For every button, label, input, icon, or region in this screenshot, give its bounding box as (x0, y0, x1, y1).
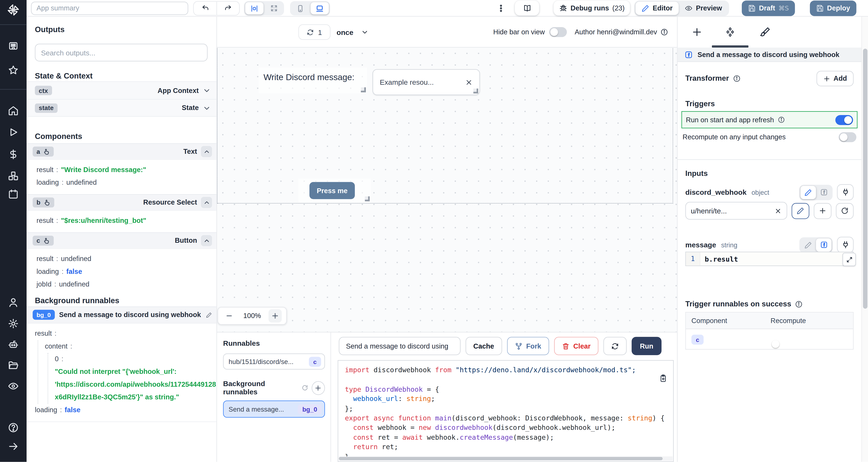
align-center-toggle[interactable] (245, 2, 264, 14)
static-mode-button[interactable] (801, 186, 816, 199)
theme-brush-tab-icon[interactable] (760, 27, 771, 38)
undo-button[interactable] (194, 2, 216, 15)
chevron-down-icon[interactable] (203, 104, 211, 112)
expand-editor-button[interactable] (842, 253, 856, 266)
resize-grip-icon[interactable] (473, 89, 478, 94)
recompute-toggle[interactable] (839, 132, 856, 142)
collapse-button[interactable] (201, 146, 212, 157)
draft-button[interactable]: Draft ⌘S (742, 1, 795, 16)
connect-plug-button[interactable] (837, 184, 854, 200)
info-icon[interactable] (733, 74, 741, 82)
insert-plus-tab-icon[interactable] (691, 27, 703, 38)
expand-sidebar-arrow-icon[interactable] (8, 441, 19, 452)
add-resource-button[interactable] (814, 203, 831, 219)
undo-redo-group (193, 1, 240, 16)
home-icon[interactable] (8, 105, 19, 116)
workspace-building-icon[interactable] (8, 40, 19, 52)
selected-background-runnable[interactable]: Send a message... bg_0 (223, 401, 325, 418)
static-mode-button[interactable] (801, 238, 816, 252)
refresh-resource-button[interactable] (836, 203, 854, 219)
recompute-mode-dropdown[interactable]: once (337, 24, 369, 40)
help-icon[interactable] (8, 422, 19, 433)
mobile-view-toggle[interactable] (291, 2, 309, 14)
laptop-icon (315, 4, 324, 12)
deploy-label: Deploy (827, 4, 850, 12)
copy-clipboard-icon[interactable] (659, 374, 668, 383)
state-badge: state (35, 103, 58, 113)
windmill-logo-icon[interactable] (7, 4, 20, 16)
text-component[interactable]: Write Discord message: (258, 67, 367, 93)
collapse-button[interactable] (201, 197, 212, 208)
ctx-row[interactable]: ctx App Context (27, 81, 216, 99)
redo-button[interactable] (216, 2, 239, 15)
message-expression-editor[interactable]: 1 b.result (685, 252, 854, 266)
resources-boxes-icon[interactable] (8, 170, 19, 182)
variables-dollar-icon[interactable] (8, 149, 19, 160)
search-outputs-input[interactable] (35, 44, 208, 61)
app-summary-input[interactable] (31, 2, 188, 15)
reload-button[interactable] (603, 337, 627, 355)
eval-mode-button[interactable] (816, 186, 831, 199)
resize-grip-icon[interactable] (361, 87, 366, 92)
more-menu-kebab-icon[interactable] (496, 4, 505, 13)
fork-button[interactable]: Fork (507, 337, 549, 355)
cache-button[interactable]: Cache (466, 337, 502, 355)
tab-preview[interactable]: Preview (679, 2, 728, 15)
fullscreen-toggle[interactable] (265, 2, 283, 14)
deploy-button[interactable]: Deploy (810, 1, 856, 16)
background-runnable-header[interactable]: bg_0 Send a message to discord using web… (27, 306, 216, 323)
zoom-in-button[interactable] (269, 309, 282, 323)
run-on-start-toggle[interactable] (835, 115, 853, 125)
debug-runs-button[interactable]: Debug runs (23) (554, 1, 630, 15)
resize-grip-icon[interactable] (365, 196, 370, 201)
clear-x-icon[interactable] (465, 78, 473, 86)
script-tab[interactable]: Send a message to discord using (339, 337, 461, 355)
settings-gear-icon[interactable] (8, 318, 19, 329)
eval-mode-button[interactable] (816, 238, 831, 252)
tab-editor[interactable]: Editor (636, 2, 679, 15)
zoom-out-button[interactable] (223, 309, 236, 323)
docs-button[interactable] (515, 1, 539, 15)
clear-button[interactable]: Clear (554, 337, 598, 355)
info-icon[interactable] (660, 28, 668, 36)
right-scrollbar[interactable] (861, 16, 868, 462)
resource-select-value: Example resou... (380, 78, 465, 86)
run-button[interactable]: Run (631, 337, 662, 355)
desktop-view-toggle[interactable] (311, 2, 329, 14)
rotate-cw-icon (841, 207, 849, 214)
runs-play-icon[interactable] (8, 127, 19, 138)
code-horizontal-scrollbar[interactable] (339, 456, 673, 461)
chevron-down-icon[interactable] (203, 86, 211, 95)
hide-bar-toggle[interactable] (549, 27, 567, 37)
component-header-b[interactable]: b Resource Select (27, 194, 216, 210)
state-row[interactable]: state State (27, 99, 216, 117)
app-canvas[interactable]: Write Discord message: Example resou... … (217, 47, 677, 332)
edit-resource-button[interactable] (792, 203, 809, 219)
info-icon[interactable] (795, 300, 803, 308)
component-header-c[interactable]: c Button (27, 232, 216, 249)
favorites-star-icon[interactable] (8, 65, 19, 76)
plug-icon (841, 240, 849, 249)
resource-value-field[interactable]: u/henri/te... (685, 202, 787, 220)
schedules-calendar-icon[interactable] (8, 189, 19, 200)
connect-plug-button[interactable] (837, 237, 854, 253)
info-icon[interactable] (778, 116, 785, 124)
code-editor[interactable]: import discordwebhook from "https://deno… (338, 360, 674, 462)
scrollbar-thumb[interactable] (863, 48, 867, 308)
clear-x-icon[interactable] (774, 207, 782, 214)
user-icon[interactable] (8, 297, 19, 308)
add-background-runnable-button[interactable] (311, 381, 325, 395)
workers-robot-icon[interactable] (8, 339, 19, 350)
resource-select-component[interactable]: Example resou... (373, 69, 480, 95)
settings-diamonds-tab-icon[interactable] (724, 27, 736, 38)
audit-eye-icon[interactable] (8, 381, 19, 392)
edit-pencil-icon[interactable] (206, 311, 212, 318)
refresh-count-button[interactable]: 1 (299, 24, 331, 40)
press-me-button[interactable]: Press me (309, 182, 355, 199)
component-header-a[interactable]: a Text (27, 143, 216, 159)
collapse-button[interactable] (201, 235, 212, 246)
add-transformer-button[interactable]: Add (816, 71, 854, 86)
folders-icon[interactable] (8, 360, 19, 371)
runnable-item[interactable]: hub/1511/discord/se... c (223, 354, 325, 370)
button-component-wrap[interactable]: Press me (299, 179, 371, 202)
